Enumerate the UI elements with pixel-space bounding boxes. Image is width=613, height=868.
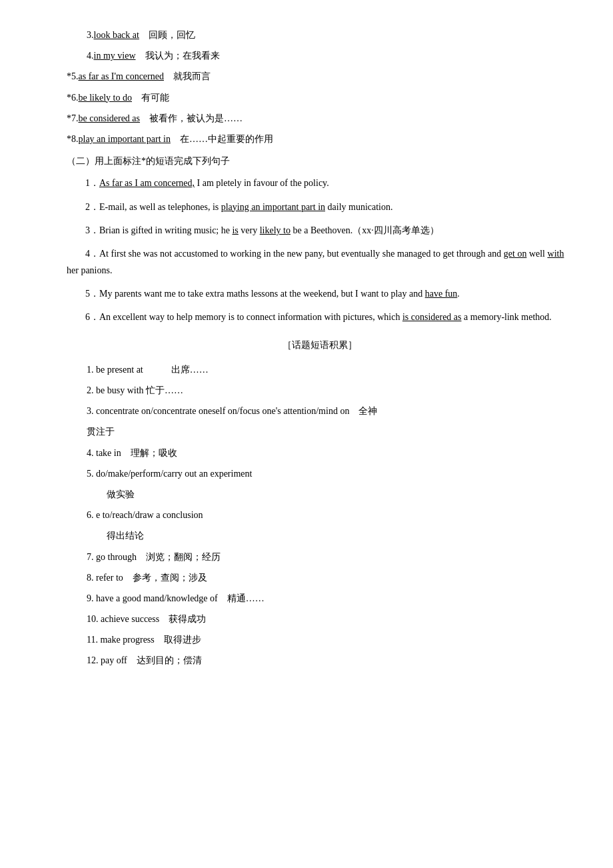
phrase-text-3: look back at bbox=[94, 30, 139, 40]
sentence-4-end: her panions. bbox=[67, 265, 112, 275]
topic-meaning-10: 获得成功 bbox=[159, 614, 206, 624]
sentence-1-rest: I am pletely in favour of the policy. bbox=[195, 178, 329, 188]
topic-list: 1. be present at 出席…… 2. be busy with 忙于… bbox=[67, 361, 573, 669]
sentence-3-mid: very bbox=[239, 225, 260, 235]
topic-num-8: 8. bbox=[87, 573, 96, 583]
topic-num-7: 7. bbox=[87, 552, 96, 562]
sentence-6: 6．An excellent way to help memory is to … bbox=[67, 309, 573, 325]
sentence-4-before: At first she was not accustomed to worki… bbox=[99, 249, 504, 259]
sentence-3-before: Brian is gifted in writing music; he bbox=[99, 225, 232, 235]
topic-item-5-sub: 做实验 bbox=[67, 486, 573, 503]
section2-title: （二）用上面标注*的短语完成下列句子 bbox=[67, 153, 573, 169]
sentence-2-end: daily munication. bbox=[325, 202, 392, 212]
topic-num-12: 12. bbox=[87, 655, 101, 665]
phrase-meaning-4: 我认为；在我看来 bbox=[136, 51, 220, 61]
topic-phrase-7: go through bbox=[96, 552, 137, 562]
topic-meaning-11: 取得进步 bbox=[155, 635, 201, 645]
sentence-4-underline2: with bbox=[548, 249, 564, 259]
topic-3-sub-text: 贯注于 bbox=[87, 427, 115, 437]
topic-num-1: 1. bbox=[87, 365, 96, 375]
phrase-item-6: *6.be likely to do 有可能 bbox=[67, 89, 573, 106]
topic-item-4: 4. take in 理解；吸收 bbox=[67, 445, 573, 461]
topic-phrase-3: concentrate on/concentrate oneself on/fo… bbox=[96, 406, 349, 416]
topic-num-10: 10. bbox=[87, 614, 101, 624]
topic-num-2: 2. bbox=[87, 385, 96, 395]
sentence-6-before: An excellent way to help memory is to co… bbox=[99, 312, 402, 322]
topic-item-3-sub: 贯注于 bbox=[67, 423, 573, 440]
sentence-3: 3．Brian is gifted in writing music; he i… bbox=[67, 222, 573, 239]
phrase-meaning-5: 就我而言 bbox=[164, 71, 211, 81]
sentence-4: 4．At first she was not accustomed to wor… bbox=[67, 245, 573, 279]
phrase-num-7: *7. bbox=[67, 113, 79, 123]
sentence-2-num: 2． bbox=[85, 202, 99, 212]
phrase-num-5: *5. bbox=[67, 71, 79, 81]
phrase-meaning-7: 被看作，被认为是…… bbox=[140, 113, 243, 123]
topic-phrase-6: e to/reach/draw a conclusion bbox=[96, 510, 203, 520]
sentence-2-underline1: playing an important part in bbox=[221, 202, 325, 212]
topic-meaning-9: 精通…… bbox=[218, 593, 265, 603]
sentence-1-underline1: As far as I am concerned, bbox=[99, 178, 195, 188]
topic-num-6: 6. bbox=[87, 510, 96, 520]
sentence-5: 5．My parents want me to take extra maths… bbox=[67, 285, 573, 302]
topic-item-6: 6. e to/reach/draw a conclusion bbox=[67, 507, 573, 523]
phrase-text-5: as far as I'm concerned bbox=[79, 71, 164, 81]
topic-item-2: 2. be busy with 忙于…… bbox=[67, 382, 573, 399]
topic-item-11: 11. make progress 取得进步 bbox=[67, 631, 573, 648]
sentence-6-num: 6． bbox=[85, 312, 99, 322]
topic-meaning-4: 理解；吸收 bbox=[121, 448, 177, 458]
topic-meaning-3: 全神 bbox=[349, 406, 377, 416]
phrase-item-4: 4.in my view 我认为；在我看来 bbox=[67, 47, 573, 64]
sentence-6-end: a memory-link method. bbox=[462, 312, 552, 322]
topic-item-6-sub: 得出结论 bbox=[67, 527, 573, 544]
phrase-item-7: *7.be considered as 被看作，被认为是…… bbox=[67, 110, 573, 127]
sentence-4-underline1: get on bbox=[504, 249, 527, 259]
phrase-list: 3.look back at 回顾，回忆 4.in my view 我认为；在我… bbox=[67, 27, 573, 147]
topic-phrase-8: refer to bbox=[96, 573, 123, 583]
sentence-4-mid: well bbox=[526, 249, 547, 259]
topic-meaning-7: 浏览；翻阅；经历 bbox=[137, 552, 221, 562]
topic-num-11: 11. bbox=[87, 635, 100, 645]
phrase-num-4: 4. bbox=[87, 51, 94, 61]
sentence-3-underline2: likely to bbox=[260, 225, 291, 235]
topic-item-1: 1. be present at 出席…… bbox=[67, 361, 573, 378]
topic-num-4: 4. bbox=[87, 448, 96, 458]
phrase-num-6: *6. bbox=[67, 93, 79, 103]
phrase-text-6: be likely to do bbox=[79, 93, 133, 103]
sentence-1: 1．As far as I am concerned, I am pletely… bbox=[67, 175, 573, 191]
topic-phrase-9: have a good mand/knowledge of bbox=[96, 593, 218, 603]
topic-phrase-4: take in bbox=[96, 448, 121, 458]
topic-phrase-2: be busy with bbox=[96, 385, 144, 395]
sentence-4-num: 4． bbox=[85, 249, 99, 259]
topic-meaning-1: 出席…… bbox=[143, 365, 209, 375]
topic-phrase-5: do/make/perform/carry out an experiment bbox=[96, 469, 252, 479]
topic-item-5: 5. do/make/perform/carry out an experime… bbox=[67, 465, 573, 482]
topic-num-3: 3. bbox=[87, 406, 96, 416]
topic-meaning-2: 忙于…… bbox=[144, 385, 184, 395]
phrase-meaning-3: 回顾，回忆 bbox=[139, 30, 195, 40]
topic-5-sub-text: 做实验 bbox=[107, 489, 135, 499]
phrase-item-5: *5.as far as I'm concerned 就我而言 bbox=[67, 68, 573, 85]
sentence-6-underline1: is considered as bbox=[402, 312, 462, 322]
topic-phrase-12: pay off bbox=[101, 655, 127, 665]
sentence-1-num: 1． bbox=[85, 178, 99, 188]
sentence-3-underline1: is bbox=[232, 225, 238, 235]
sentence-2: 2．E-mail, as well as telephones, is play… bbox=[67, 199, 573, 215]
topic-phrase-1: be present at bbox=[96, 365, 143, 375]
sentence-2-before: E-mail, as well as telephones, is bbox=[99, 202, 221, 212]
phrase-item-8: *8.play an important part in 在……中起重要的作用 bbox=[67, 131, 573, 147]
topic-section-title: ［话题短语积累］ bbox=[67, 337, 573, 353]
topic-item-9: 9. have a good mand/knowledge of 精通…… bbox=[67, 590, 573, 607]
phrase-item-3: 3.look back at 回顾，回忆 bbox=[67, 27, 573, 43]
phrase-num-3: 3. bbox=[87, 30, 94, 40]
topic-item-8: 8. refer to 参考，查阅；涉及 bbox=[67, 569, 573, 586]
topic-meaning-12: 达到目的；偿清 bbox=[127, 655, 202, 665]
sentence-3-end: be a Beethoven.（xx·四川高考单选） bbox=[291, 225, 439, 235]
phrase-text-4: in my view bbox=[94, 51, 136, 61]
topic-phrase-10: achieve success bbox=[101, 614, 159, 624]
topic-num-5: 5. bbox=[87, 469, 96, 479]
sentence-5-before: My parents want me to take extra maths l… bbox=[99, 289, 425, 299]
topic-phrase-11: make progress bbox=[100, 635, 154, 645]
sentence-5-num: 5． bbox=[85, 289, 99, 299]
topic-item-7: 7. go through 浏览；翻阅；经历 bbox=[67, 549, 573, 565]
sentence-5-underline1: have fun bbox=[425, 289, 458, 299]
